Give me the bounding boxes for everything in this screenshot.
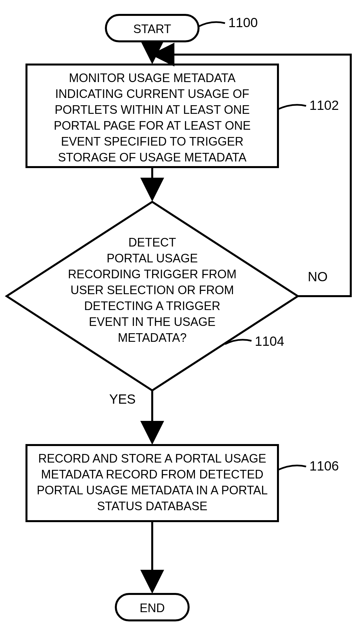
svg-text:MONITOR USAGE METADATA: MONITOR USAGE METADATA [69, 71, 235, 85]
start-ref: 1100 [228, 15, 258, 30]
svg-text:EVENT SPECIFIED TO TRIGGER: EVENT SPECIFIED TO TRIGGER [61, 135, 243, 148]
decision-yes-label: YES [109, 392, 136, 406]
start-label: START [133, 22, 171, 36]
decision-ref: 1104 [255, 334, 284, 348]
flowchart: START 1100 MONITOR USAGE METADATA INDICA… [0, 0, 364, 631]
svg-text:RECORD AND STORE A PORTAL USAG: RECORD AND STORE A PORTAL USAGE [38, 452, 266, 465]
svg-text:DETECT: DETECT [128, 236, 176, 249]
svg-text:EVENT IN THE USAGE: EVENT IN THE USAGE [89, 315, 216, 329]
process1-node: MONITOR USAGE METADATA INDICATING CURREN… [26, 65, 278, 167]
svg-text:PORTAL USAGE METADATA IN A POR: PORTAL USAGE METADATA IN A PORTAL [37, 483, 268, 497]
svg-text:RECORDING TRIGGER FROM: RECORDING TRIGGER FROM [68, 267, 236, 281]
process1-ref-leader [278, 105, 306, 109]
end-label: END [140, 601, 165, 615]
svg-text:INDICATING CURRENT USAGE OF: INDICATING CURRENT USAGE OF [55, 87, 250, 101]
svg-text:DETECTING A TRIGGER: DETECTING A TRIGGER [84, 299, 220, 313]
process2-ref: 1106 [309, 459, 339, 473]
process2-ref-leader [278, 466, 306, 470]
svg-text:PORTAL USAGE: PORTAL USAGE [107, 251, 198, 265]
svg-text:PORTLETS WITHIN AT LEAST ONE: PORTLETS WITHIN AT LEAST ONE [55, 103, 250, 116]
decision-node: DETECT PORTAL USAGE RECORDING TRIGGER FR… [7, 202, 298, 390]
svg-text:METADATA?: METADATA? [118, 331, 187, 344]
start-node: START [106, 15, 199, 41]
end-node: END [116, 594, 189, 620]
svg-text:STATUS DATABASE: STATUS DATABASE [97, 499, 207, 513]
svg-text:USER SELECTION OR FROM: USER SELECTION OR FROM [70, 283, 234, 297]
svg-text:STORAGE OF USAGE METADATA: STORAGE OF USAGE METADATA [58, 151, 246, 164]
decision-no-label: NO [308, 269, 328, 284]
start-ref-leader [199, 22, 225, 26]
process1-ref: 1102 [309, 98, 339, 113]
process2-node: RECORD AND STORE A PORTAL USAGE METADATA… [26, 445, 278, 521]
svg-text:PORTAL PAGE FOR AT LEAST ONE: PORTAL PAGE FOR AT LEAST ONE [54, 119, 251, 132]
svg-text:METADATA RECORD FROM DETECTED: METADATA RECORD FROM DETECTED [41, 468, 263, 481]
